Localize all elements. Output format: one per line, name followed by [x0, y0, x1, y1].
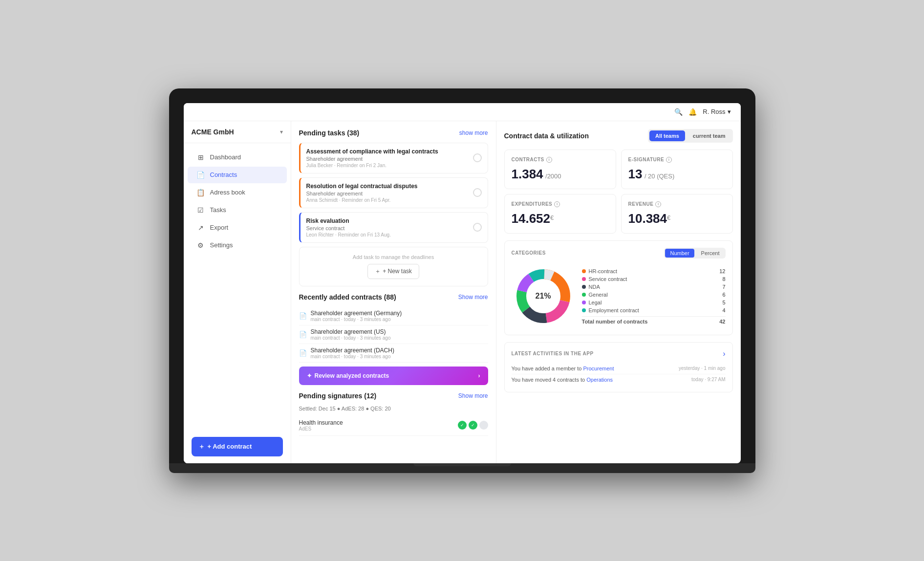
act-text-0: You have added a member to Procurement	[512, 366, 614, 371]
sig-filters: Settled: Dec 15 ● AdES: 28 ● QES: 20	[299, 406, 488, 411]
review-btn-label: Review analyzed contracts	[315, 372, 389, 379]
legend-dot-3	[582, 293, 586, 297]
sig-name-0: Health insurance	[299, 419, 343, 426]
task-title-0: Assessment of compliance with legal cont…	[306, 148, 482, 155]
review-analyzed-button[interactable]: ✦ Review analyzed contracts ›	[299, 367, 488, 385]
sidebar-item-settings[interactable]: ⚙ Settings	[188, 237, 287, 254]
contract-meta-0: main contract · today · 3 minutes ago	[311, 317, 402, 322]
sig-sub-0: AdES	[299, 426, 343, 432]
laptop-screen: 🔍 🔔 R. Ross ▾ ACME GmbH ▾ ⊞ Dashb	[184, 103, 741, 463]
act-header: LATEST ACTIVITIES IN THE APP ›	[512, 349, 726, 358]
contract-item-2[interactable]: 📄 Shareholder agreement (DACH) main cont…	[299, 344, 488, 363]
task-checkbox-2[interactable]	[473, 223, 482, 232]
sidebar-label-settings: Settings	[210, 241, 233, 249]
sidebar-item-tasks[interactable]: ☑ Tasks	[188, 202, 287, 218]
add-contract-button[interactable]: ＋ + Add contract	[192, 437, 283, 456]
sig-badge-gray	[479, 421, 488, 430]
pending-sig-title: Pending signatures (12)	[299, 392, 377, 400]
legend-count-5: 4	[722, 307, 725, 313]
contract-file-icon-0: 📄	[299, 312, 307, 320]
contract-name-0: Shareholder agreement (Germany)	[311, 310, 402, 317]
team-toggle: All teams current team	[648, 129, 733, 143]
chevron-right-icon[interactable]: ›	[723, 349, 725, 358]
legend-label-5: Employment contract	[589, 307, 639, 313]
stats-grid: CONTRACTS i 1.384 /2000 E-SIGNATURE	[504, 150, 733, 234]
stat-card-expenditures: EXPENDITURES i 14.652€	[504, 194, 616, 234]
recently-added-title: Recently added contracts (88)	[299, 293, 396, 301]
bell-icon[interactable]: 🔔	[688, 108, 697, 116]
legend-item-2: NDA 7	[582, 283, 726, 291]
add-contract-label: + Add contract	[208, 443, 252, 450]
app-layout: ACME GmbH ▾ ⊞ Dashboard 📄 Contracts 📋 Ad…	[184, 121, 741, 463]
categories-section: CATEGORIES Number Percent	[504, 240, 733, 335]
new-task-plus-icon: ＋	[375, 267, 381, 276]
user-menu[interactable]: R. Ross ▾	[703, 108, 731, 115]
legend-total: Total number of contracts 42	[582, 316, 726, 324]
stat-label-revenue: REVENUE i	[628, 201, 726, 207]
act-link-1[interactable]: Operations	[586, 377, 613, 383]
legend-count-4: 5	[722, 300, 725, 305]
legend-label-3: General	[589, 292, 608, 298]
recently-added-section: Recently added contracts (88) Show more …	[299, 293, 488, 385]
contract-item-0[interactable]: 📄 Shareholder agreement (Germany) main c…	[299, 307, 488, 325]
pending-tasks-title: Pending tasks (38)	[299, 129, 360, 137]
task-checkbox-0[interactable]	[473, 153, 482, 162]
task-card-1[interactable]: Resolution of legal contractual disputes…	[299, 177, 488, 208]
sidebar: ACME GmbH ▾ ⊞ Dashboard 📄 Contracts 📋 Ad…	[184, 121, 291, 463]
pending-tasks-show-more[interactable]: show more	[459, 129, 488, 136]
task-meta-2: Leon Richter · Reminder on Fri 13 Aug.	[306, 232, 482, 237]
contract-item-1[interactable]: 📄 Shareholder agreement (US) main contra…	[299, 325, 488, 344]
number-button[interactable]: Number	[665, 249, 694, 258]
sig-item-0[interactable]: Health insurance AdES ✓ ✓	[299, 415, 488, 436]
all-teams-button[interactable]: All teams	[649, 130, 685, 141]
act-text-before-1: You have moved 4 contracts to	[512, 377, 587, 383]
sidebar-item-export[interactable]: ↗ Export	[188, 219, 287, 236]
task-meta-1: Anna Schimidt · Reminder on Fri 5 Apr.	[306, 197, 482, 203]
company-selector[interactable]: ACME GmbH ▾	[184, 121, 291, 143]
legend-label-4: Legal	[589, 300, 602, 305]
act-link-0[interactable]: Procurement	[583, 366, 614, 371]
stat-value-revenue: 10.384€	[628, 211, 726, 226]
contract-meta-1: main contract · today · 3 minutes ago	[311, 335, 391, 341]
task-card-2[interactable]: Risk evaluation Service contract Leon Ri…	[299, 212, 488, 243]
task-sub-1: Shareholder agreement	[306, 191, 482, 196]
total-label: Total number of contracts	[582, 319, 648, 324]
legend-item-3: General 6	[582, 291, 726, 299]
act-item-1: You have moved 4 contracts to Operations…	[512, 374, 726, 385]
percent-button[interactable]: Percent	[696, 249, 725, 258]
current-team-button[interactable]: current team	[687, 130, 731, 141]
stat-card-esignature: E-SIGNATURE i 13 / 20 (QES)	[621, 150, 733, 189]
sig-badge-green-2: ✓	[469, 421, 477, 430]
sidebar-item-dashboard[interactable]: ⊞ Dashboard	[188, 149, 287, 166]
task-sub-2: Service contract	[306, 225, 482, 231]
stat-card-contracts: CONTRACTS i 1.384 /2000	[504, 150, 616, 189]
task-card-0[interactable]: Assessment of compliance with legal cont…	[299, 143, 488, 173]
sidebar-item-contracts[interactable]: 📄 Contracts	[188, 167, 287, 183]
legend-dot-5	[582, 308, 586, 312]
act-item-0: You have added a member to Procurement y…	[512, 363, 726, 374]
legend-item-0: HR-contract 12	[582, 267, 726, 275]
recently-added-show-more[interactable]: Show more	[458, 294, 488, 301]
sig-badge-green-1: ✓	[458, 421, 467, 430]
contract-file-icon-1: 📄	[299, 331, 307, 338]
search-icon[interactable]: 🔍	[674, 108, 683, 116]
act-time-0: yesterday · 1 min ago	[679, 366, 726, 371]
stat-label-esignature: E-SIGNATURE i	[628, 157, 726, 163]
task-title-1: Resolution of legal contractual disputes	[306, 183, 482, 190]
pending-sig-show-more[interactable]: Show more	[458, 392, 488, 399]
sig-info-0: Health insurance AdES	[299, 419, 343, 432]
company-name: ACME GmbH	[192, 128, 234, 136]
export-icon: ↗	[196, 224, 205, 232]
revenue-info-icon[interactable]: i	[655, 201, 661, 207]
sidebar-label-contracts: Contracts	[210, 171, 237, 178]
task-checkbox-1[interactable]	[473, 188, 482, 197]
expenditures-info-icon[interactable]: i	[554, 201, 560, 207]
contracts-info-icon[interactable]: i	[546, 157, 552, 163]
sidebar-item-address-book[interactable]: 📋 Adress book	[188, 184, 287, 201]
esignature-info-icon[interactable]: i	[666, 157, 672, 163]
legend-item-5: Employment contract 4	[582, 306, 726, 314]
legend-item-1: Service contract 8	[582, 275, 726, 283]
new-task-button[interactable]: ＋ + New task	[367, 264, 419, 279]
sidebar-label-export: Export	[210, 224, 229, 231]
stat-card-revenue: REVENUE i 10.384€	[621, 194, 733, 234]
